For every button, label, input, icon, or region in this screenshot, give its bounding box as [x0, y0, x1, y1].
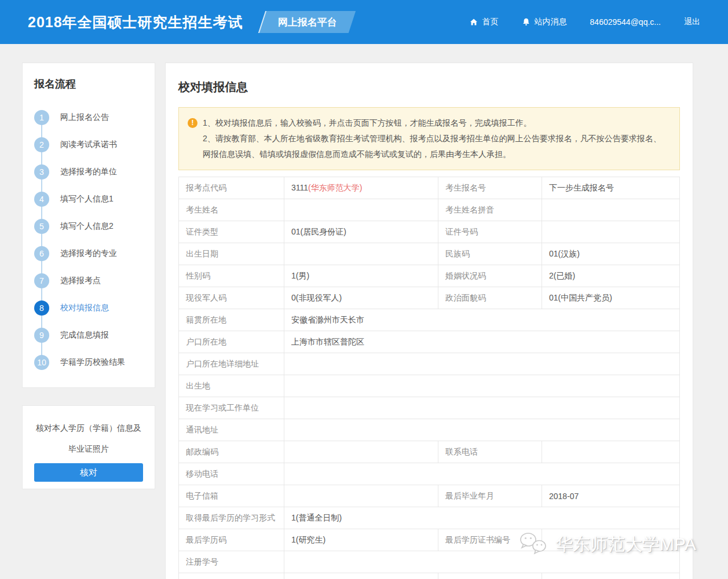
field-label: 政治面貌码 — [438, 287, 542, 309]
step-label: 完成信息填报 — [60, 330, 109, 340]
field-value: 0(非现役军人) — [284, 287, 438, 309]
platform-badge: 网上报名平台 — [258, 11, 355, 33]
field-value: 1(普通全日制) — [284, 507, 680, 529]
step-number: 6 — [34, 246, 49, 261]
platform-badge-label: 网上报名平台 — [278, 16, 337, 29]
table-row: 电子信箱最后毕业年月2018-07 — [179, 485, 680, 507]
field-label: 电子信箱 — [179, 485, 284, 507]
field-label: 注册学号 — [179, 551, 284, 573]
table-row: 证件类型01(居民身份证)证件号码 — [179, 221, 680, 243]
verify-button[interactable]: 核对 — [34, 463, 143, 482]
sidebar-step-6[interactable]: 6选择报考的专业 — [34, 240, 143, 267]
field-value — [284, 419, 680, 441]
nav-logout[interactable]: 退出 — [684, 17, 700, 27]
step-number: 1 — [34, 110, 49, 125]
field-label: 户口所在地 — [179, 331, 284, 353]
table-row: 出生地 — [179, 375, 680, 397]
step-number: 9 — [34, 328, 49, 343]
field-label: 籍贯所在地 — [179, 309, 284, 331]
field-value — [284, 375, 680, 397]
table-row: 报考点代码3111(华东师范大学)考生报名号下一步生成报名号 — [179, 177, 680, 199]
field-label: 最后学位证书编号 — [438, 573, 542, 579]
field-label: 联系电话 — [438, 441, 542, 463]
field-value: 上海市市辖区普陀区 — [284, 331, 680, 353]
step-number: 8 — [34, 301, 49, 316]
main-panel: 校对填报信息 ! 1、校对填报信息后，输入校验码，并点击页面下方按钮，才能生成报… — [165, 63, 693, 579]
field-value — [284, 485, 438, 507]
sidebar-step-1[interactable]: 1网上报名公告 — [34, 104, 143, 131]
nav-messages[interactable]: 站内消息 — [522, 17, 567, 27]
table-row: 邮政编码联系电话 — [179, 441, 680, 463]
sidebar-step-7[interactable]: 7选择报考点 — [34, 267, 143, 294]
sidebar-step-10[interactable]: 10学籍学历校验结果 — [34, 349, 143, 376]
field-value — [284, 441, 438, 463]
field-label: 户口所在地详细地址 — [179, 353, 284, 375]
nav-user-email-label: 846029544@qq.c... — [590, 17, 661, 27]
field-value: 01(中国共产党员) — [542, 287, 680, 309]
field-value — [542, 441, 680, 463]
field-label: 报考点代码 — [179, 177, 284, 199]
step-number: 2 — [34, 137, 49, 152]
field-value: 01(居民身份证) — [284, 221, 438, 243]
step-label: 选择报考点 — [60, 276, 101, 286]
field-value: 安徽省滁州市天长市 — [284, 309, 680, 331]
field-value — [542, 573, 680, 579]
nav-home[interactable]: 首页 — [469, 17, 499, 27]
field-label: 通讯地址 — [179, 419, 284, 441]
step-label: 阅读考试承诺书 — [60, 140, 117, 150]
field-value: 2(已婚) — [542, 265, 680, 287]
warning-icon: ! — [188, 118, 197, 128]
step-label: 选择报考的单位 — [60, 167, 117, 177]
table-row: 最后学历码1(研究生)最后学历证书编号 — [179, 529, 680, 551]
field-label: 最后学历证书编号 — [438, 529, 542, 551]
field-label: 最后学历码 — [179, 529, 284, 551]
step-label: 校对填报信息 — [60, 303, 109, 313]
nav-home-label: 首页 — [482, 17, 499, 27]
field-value — [284, 199, 438, 221]
field-value: 1(研究生) — [284, 529, 438, 551]
nav-logout-label: 退出 — [684, 17, 700, 27]
sidebar-step-5[interactable]: 5填写个人信息2 — [34, 212, 143, 240]
field-label: 最后毕业年月 — [438, 485, 542, 507]
step-label: 填写个人信息1 — [60, 194, 114, 204]
steps-list: 1网上报名公告2阅读考试承诺书3选择报考的单位4填写个人信息15填写个人信息26… — [34, 104, 143, 376]
table-row: 移动电话 — [179, 463, 680, 485]
notice-line1: 1、校对填报信息后，输入校验码，并点击页面下方按钮，才能生成报名号，完成填报工作… — [203, 115, 532, 131]
nav-user-email[interactable]: 846029544@qq.c... — [590, 17, 661, 27]
table-row: 注册学号 — [179, 551, 680, 573]
table-row: 考生姓名考生姓名拼音 — [179, 199, 680, 221]
sidebar-step-9[interactable]: 9完成信息填报 — [34, 321, 143, 349]
field-label: 取得最后学历的学习形式 — [179, 507, 284, 529]
field-value: 3111(华东师范大学) — [284, 177, 438, 199]
page-title: 2018年全国硕士研究生招生考试 — [28, 13, 243, 32]
table-row: 最后学位码4(无)最后学位证书编号 — [179, 573, 680, 579]
field-label: 考生报名号 — [438, 177, 542, 199]
field-value — [284, 551, 680, 573]
sidebar-step-4[interactable]: 4填写个人信息1 — [34, 185, 143, 212]
sidebar-steps-panel: 报名流程 1网上报名公告2阅读考试承诺书3选择报考的单位4填写个人信息15填写个… — [22, 63, 155, 388]
field-value: 下一步生成报名号 — [542, 177, 680, 199]
table-row: 户口所在地详细地址 — [179, 353, 680, 375]
step-label: 学籍学历校验结果 — [60, 357, 125, 368]
sidebar-step-3[interactable]: 3选择报考的单位 — [34, 158, 143, 185]
verify-text-line2: 毕业证照片 — [34, 438, 143, 459]
field-label: 出生日期 — [179, 243, 284, 265]
field-value: 2018-07 — [542, 485, 680, 507]
table-row: 性别码1(男)婚姻状况码2(已婚) — [179, 265, 680, 287]
field-value — [542, 529, 680, 551]
field-label: 移动电话 — [179, 463, 284, 485]
field-label: 民族码 — [438, 243, 542, 265]
header-nav: 首页 站内消息 846029544@qq.c... 退出 — [469, 17, 700, 27]
field-value: 01(汉族) — [542, 243, 680, 265]
verify-text-line1: 核对本人学历（学籍）信息及 — [34, 417, 143, 438]
field-value: 4(无) — [284, 573, 438, 579]
field-label: 现在学习或工作单位 — [179, 397, 284, 419]
notice-box: ! 1、校对填报信息后，输入校验码，并点击页面下方按钮，才能生成报名号，完成填报… — [178, 107, 680, 170]
sidebar-step-8[interactable]: 8校对填报信息 — [34, 294, 143, 321]
field-label: 婚姻状况码 — [438, 265, 542, 287]
step-label: 网上报名公告 — [60, 112, 109, 123]
table-row: 通讯地址 — [179, 419, 680, 441]
sidebar-step-2[interactable]: 2阅读考试承诺书 — [34, 131, 143, 158]
notice-line2: 2、请按教育部、本人所在地省级教育招生考试管理机构、报考点以及报考招生单位的网上… — [188, 131, 668, 162]
sidebar-title: 报名流程 — [34, 77, 143, 91]
